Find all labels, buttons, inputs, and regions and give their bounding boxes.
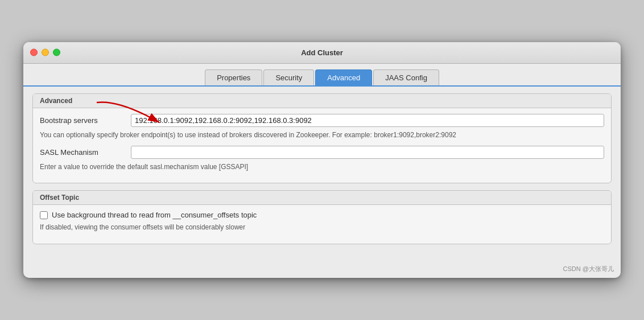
offset-topic-header: Offset Topic: [33, 191, 611, 205]
sasl-mechanism-row: SASL Mechanism: [40, 146, 604, 159]
titlebar: Add Cluster: [23, 42, 621, 64]
advanced-section-body: Bootstrap servers You can optionally spe…: [33, 108, 611, 183]
maximize-button[interactable]: [53, 49, 60, 56]
sasl-mechanism-label: SASL Mechanism: [40, 148, 131, 157]
offset-topic-section: Offset Topic Use background thread to re…: [32, 190, 612, 244]
advanced-section: Advanced Bootstrap servers: [32, 93, 612, 184]
bootstrap-servers-hint: You can optionally specify broker endpoi…: [40, 130, 604, 140]
sasl-mechanism-input[interactable]: [131, 146, 604, 159]
bootstrap-servers-label: Bootstrap servers: [40, 116, 131, 125]
consumer-offsets-hint: If disabled, viewing the consumer offset…: [40, 223, 604, 232]
tab-security[interactable]: Security: [263, 69, 314, 85]
watermark: CSDN @大张哥儿: [23, 262, 621, 278]
close-button[interactable]: [30, 49, 38, 56]
tab-advanced[interactable]: Advanced: [315, 69, 372, 85]
consumer-offsets-row: Use background thread to read from __con…: [40, 211, 604, 219]
tab-properties[interactable]: Properties: [205, 69, 262, 85]
window-title: Add Cluster: [301, 48, 343, 57]
bootstrap-servers-input[interactable]: [131, 114, 604, 127]
offset-topic-body: Use background thread to read from __con…: [33, 205, 611, 244]
bootstrap-servers-row: Bootstrap servers: [40, 114, 604, 127]
consumer-offsets-checkbox[interactable]: [40, 211, 48, 219]
sasl-mechanism-hint: Enter a value to override the default sa…: [40, 162, 604, 172]
advanced-section-header: Advanced: [33, 94, 611, 108]
bootstrap-servers-container: Bootstrap servers You can optionally spe…: [40, 114, 604, 140]
minimize-button[interactable]: [42, 49, 49, 56]
consumer-offsets-label: Use background thread to read from __con…: [52, 211, 257, 219]
tab-bar: Properties Security Advanced JAAS Config: [23, 64, 621, 87]
add-cluster-window: Add Cluster Properties Security Advanced…: [23, 42, 621, 278]
tab-content: Advanced Bootstrap servers: [23, 87, 621, 262]
traffic-lights: [30, 49, 60, 56]
tab-jaas-config[interactable]: JAAS Config: [373, 69, 439, 85]
